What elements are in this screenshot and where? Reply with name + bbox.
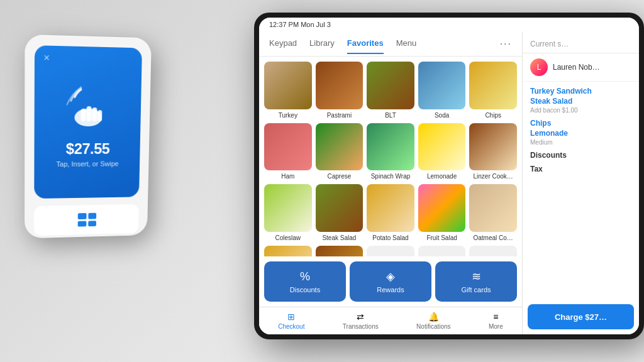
food-img-ham	[264, 123, 312, 171]
chip-icon	[76, 211, 98, 229]
order-item-lemonade[interactable]: Lemonade	[530, 129, 631, 138]
food-item-potato-salad[interactable]: Potato Salad	[367, 184, 414, 242]
food-item-pastrami[interactable]: Pastrami	[316, 62, 364, 119]
food-item-oatmeal[interactable]: Oatmeal Co…	[469, 184, 517, 242]
food-img-oatmeal	[469, 184, 517, 232]
food-img-spinach-wrap	[367, 123, 414, 171]
transactions-icon: ⇄	[357, 312, 364, 322]
food-item-chicken-soup[interactable]: Chicken Soup	[264, 246, 312, 256]
notifications-icon: 🔔	[428, 312, 439, 322]
checkout-icon: ⊞	[287, 312, 295, 322]
order-panel: Current s… L Lauren Nob… Turkey Sandwich…	[523, 31, 639, 334]
food-item-fruit-salad[interactable]: Fruit Salad	[418, 184, 466, 242]
gift-cards-label: Gift cards	[461, 286, 491, 293]
bottom-nav: ⊞ Checkout ⇄ Transactions 🔔 Notification…	[259, 307, 522, 334]
checkout-label: Checkout	[278, 323, 304, 330]
date: Mon Jul 3	[301, 21, 331, 28]
nav-checkout[interactable]: ⊞ Checkout	[270, 309, 312, 332]
tap-instruction: Tap, Insert, or Swipe	[57, 160, 119, 168]
tab-nav: Keypad Library Favorites Menu ···	[259, 31, 522, 57]
food-item-spinach-wrap[interactable]: Spinach Wrap	[367, 123, 414, 181]
food-img-linzer	[469, 123, 517, 171]
food-label-chips: Chips	[485, 112, 501, 119]
food-img-steak-salad	[316, 184, 364, 232]
tablet-screen: 12:37 PM Mon Jul 3 Keypad Library Favori…	[259, 18, 639, 334]
discounts-button[interactable]: % Discounts	[264, 261, 346, 302]
food-item-chips[interactable]: Chips	[469, 62, 517, 119]
charge-button[interactable]: Charge $27…	[528, 304, 634, 329]
food-item-caprese[interactable]: Caprese	[316, 123, 364, 181]
food-img-potato-salad	[367, 184, 414, 232]
food-img-chips	[469, 62, 517, 109]
order-item-turkey-sandwich[interactable]: Turkey Sandwich	[530, 87, 631, 96]
food-item-empty2	[418, 246, 466, 256]
tab-menu[interactable]: Menu	[396, 33, 417, 54]
avatar: L	[530, 58, 548, 76]
customer-name: Lauren Nob…	[553, 63, 600, 72]
food-label-turkey: Turkey	[279, 112, 297, 119]
tab-favorites[interactable]: Favorites	[347, 33, 384, 54]
food-label-coleslaw: Coleslaw	[275, 234, 301, 242]
discounts-label: Discounts	[290, 286, 320, 293]
rewards-button[interactable]: ◈ Rewards	[350, 261, 431, 302]
action-buttons: % Discounts ◈ Rewards ≋ Gift cards	[259, 256, 522, 307]
nav-more[interactable]: ≡ More	[481, 309, 511, 332]
food-img-caprese	[316, 123, 364, 171]
main-area: Keypad Library Favorites Menu ··· Turkey	[259, 31, 639, 334]
food-label-lemonade: Lemonade	[427, 173, 457, 180]
tab-library[interactable]: Library	[309, 33, 335, 54]
card-reader-body: × $27.55 Tap, Insert, or Swipe	[25, 35, 152, 239]
food-img-fruit-salad	[418, 184, 466, 232]
close-icon[interactable]: ×	[43, 52, 50, 64]
food-item-empty1	[367, 246, 414, 256]
tablet: 12:37 PM Mon Jul 3 Keypad Library Favori…	[254, 13, 644, 352]
discounts-section-label: Discounts	[530, 151, 631, 160]
food-img-lemonade	[418, 123, 466, 171]
current-sale-label: Current s…	[530, 40, 569, 48]
nfc-tap-icon	[63, 78, 114, 129]
card-reader: × $27.55 Tap, Insert, or Swipe	[25, 38, 164, 277]
food-img-soda	[418, 62, 466, 109]
order-item-steak-salad[interactable]: Steak Salad	[530, 97, 631, 106]
food-label-linzer: Linzer Cook…	[474, 173, 513, 180]
nav-transactions[interactable]: ⇄ Transactions	[335, 309, 386, 332]
food-item-blt[interactable]: BLT	[367, 62, 414, 119]
food-item-steak-salad[interactable]: Steak Salad	[316, 184, 364, 242]
tab-keypad[interactable]: Keypad	[269, 33, 297, 54]
food-item-coleslaw[interactable]: Coleslaw	[264, 184, 312, 242]
pos-panel: Keypad Library Favorites Menu ··· Turkey	[259, 31, 523, 334]
svg-rect-2	[86, 106, 91, 121]
time: 12:37 PM	[269, 21, 299, 28]
food-label-steak-salad: Steak Salad	[322, 234, 356, 242]
food-item-ham[interactable]: Ham	[264, 123, 312, 181]
order-item-chips[interactable]: Chips	[530, 119, 631, 128]
food-item-linzer[interactable]: Linzer Cook…	[469, 123, 517, 181]
food-item-potato-bac[interactable]: Potato Bac…	[316, 246, 364, 256]
more-options-icon[interactable]: ···	[500, 38, 512, 50]
rewards-label: Rewards	[377, 286, 404, 293]
card-reader-bottom	[34, 204, 139, 236]
rewards-icon: ◈	[386, 270, 395, 283]
more-label: More	[489, 323, 503, 330]
tablet-body: 12:37 PM Mon Jul 3 Keypad Library Favori…	[254, 13, 644, 339]
order-header: Current s…	[523, 31, 639, 53]
food-label-blt: BLT	[385, 112, 396, 119]
food-label-potato-salad: Potato Salad	[372, 234, 408, 242]
customer-row: L Lauren Nob…	[523, 53, 639, 82]
svg-rect-1	[80, 109, 86, 121]
food-item-turkey[interactable]: Turkey	[264, 62, 312, 119]
food-label-caprese: Caprese	[327, 173, 351, 180]
gift-cards-icon: ≋	[472, 270, 481, 283]
tax-section-label: Tax	[530, 165, 631, 173]
food-img-potato-bac	[316, 246, 364, 256]
order-item-lemonade-sub: Medium	[530, 139, 631, 146]
nav-notifications[interactable]: 🔔 Notifications	[409, 309, 458, 332]
order-items-list: Turkey Sandwich Steak Salad Add bacon $1…	[523, 82, 639, 299]
food-item-soda[interactable]: Soda	[418, 62, 466, 119]
svg-rect-3	[92, 107, 97, 121]
svg-rect-4	[97, 110, 102, 121]
gift-cards-button[interactable]: ≋ Gift cards	[435, 261, 517, 302]
discounts-icon: %	[300, 270, 310, 283]
food-img-chicken-soup	[264, 246, 312, 256]
food-item-lemonade[interactable]: Lemonade	[418, 123, 466, 181]
